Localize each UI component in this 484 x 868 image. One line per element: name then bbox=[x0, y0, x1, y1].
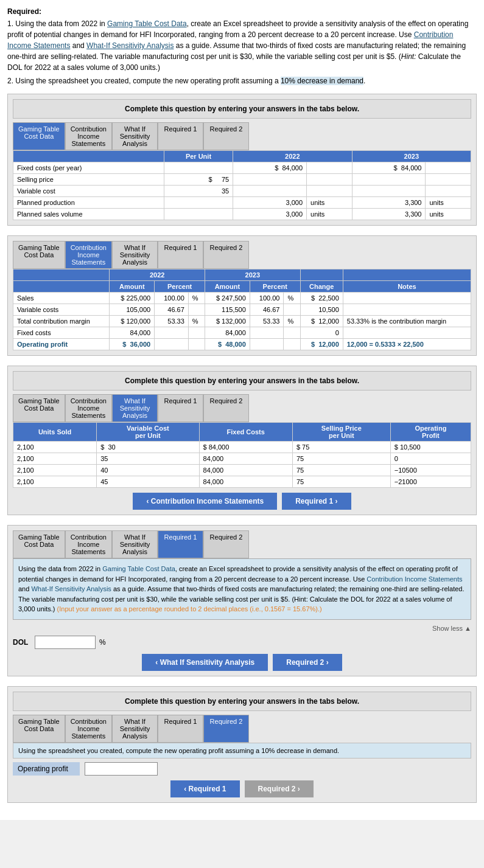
op-pct23-sym bbox=[284, 339, 300, 350]
tab-whatif-1[interactable]: What IfSensitivityAnalysis bbox=[112, 122, 158, 150]
fixed-2022-unit bbox=[307, 162, 352, 174]
row1-op: $ 10,500 bbox=[390, 442, 471, 453]
tab-required1-2[interactable]: Required 1 bbox=[158, 241, 203, 269]
section2-table-wrapper: 2022 2023 Amount Percent Amount Percent … bbox=[13, 269, 471, 350]
tab-required1-5[interactable]: Required 1 bbox=[158, 715, 203, 743]
row2-op: 0 bbox=[390, 453, 471, 465]
contribution-link1[interactable]: Contribution Income Statements bbox=[7, 30, 453, 50]
table-row: 2,100 $ 30 $ 84,000 $ 75 $ 10,500 bbox=[13, 442, 471, 453]
next-required2-end-btn[interactable]: Required 2 › bbox=[245, 780, 314, 797]
row4-selling: 75 bbox=[292, 476, 390, 488]
tab-required1-1[interactable]: Required 1 bbox=[158, 122, 203, 150]
row1-var: $ 30 bbox=[97, 442, 199, 453]
s2-2023-header: 2023 bbox=[205, 269, 301, 281]
table-row: Fixed costs (per year) $ 84,000 $ 84,000 bbox=[13, 162, 471, 174]
tab-gaming-table-1[interactable]: Gaming TableCost Data bbox=[13, 122, 65, 150]
next-required2-btn[interactable]: Required 2 › bbox=[273, 654, 342, 671]
s2-empty bbox=[13, 269, 110, 281]
fixed-2023: $ 84,000 bbox=[352, 162, 426, 174]
fixed-amt22: 84,000 bbox=[110, 327, 155, 339]
tab-contribution-2[interactable]: ContributionIncomeStatements bbox=[65, 241, 112, 269]
tab-gaming-table-4[interactable]: Gaming TableCost Data bbox=[13, 530, 65, 558]
sales-pct23: 100.00 bbox=[250, 293, 284, 304]
op-profit-input[interactable] bbox=[85, 762, 158, 776]
tab-required2-4[interactable]: Required 2 bbox=[203, 530, 249, 558]
variable-2022-unit bbox=[307, 186, 352, 197]
intro-section: Required: 1. Using the data from 2022 in… bbox=[7, 7, 477, 86]
table-row: Fixed costs 84,000 84,000 0 bbox=[13, 327, 471, 339]
label-planned-sales: Planned sales volume bbox=[13, 209, 164, 220]
s2-sub-empty bbox=[13, 281, 110, 293]
prev-contribution-btn[interactable]: ‹ Contribution Income Statements bbox=[133, 493, 277, 510]
label-op-profit-s2: Operating profit bbox=[13, 339, 110, 350]
var-pct23-sym bbox=[284, 304, 300, 316]
tab-required1-3[interactable]: Required 1 bbox=[158, 394, 203, 422]
section3-header: Complete this question by entering your … bbox=[13, 371, 471, 391]
tab-gaming-table-5[interactable]: Gaming TableCost Data bbox=[13, 715, 65, 743]
row1-fixed: $ 84,000 bbox=[199, 442, 292, 453]
tab-contribution-1[interactable]: ContributionIncomeStatements bbox=[65, 122, 112, 150]
section3-table-wrapper: Units Sold Variable Costper Unit Fixed C… bbox=[13, 422, 471, 488]
sales-amt23: $ 247,500 bbox=[205, 293, 250, 304]
tab-gaming-table-3[interactable]: Gaming TableCost Data bbox=[13, 394, 65, 422]
dol-input[interactable] bbox=[35, 636, 96, 649]
planned-sales-per-unit bbox=[164, 209, 233, 220]
section2: Gaming TableCost Data ContributionIncome… bbox=[7, 235, 477, 356]
tab-required2-3[interactable]: Required 2 bbox=[203, 394, 249, 422]
row3-var: 40 bbox=[97, 465, 199, 476]
section3-table: Units Sold Variable Costper Unit Fixed C… bbox=[13, 422, 471, 488]
contribution-link4[interactable]: Contribution Income Statements bbox=[367, 575, 462, 583]
table-row: Variable cost 35 bbox=[13, 186, 471, 197]
s2-amount-23: Amount bbox=[205, 281, 250, 293]
var-pct22-sym bbox=[188, 304, 205, 316]
tcm-pct23: 53.33 bbox=[250, 316, 284, 327]
prev-required1-btn[interactable]: ‹ Required 1 bbox=[170, 780, 239, 797]
tab-whatif-2[interactable]: What IfSensitivityAnalysis bbox=[112, 241, 158, 269]
fixed-per-unit bbox=[164, 162, 233, 174]
s2-pct-23: Percent bbox=[250, 281, 300, 293]
op-pct22-sym bbox=[188, 339, 205, 350]
fixed-pct23 bbox=[250, 327, 284, 339]
col-selling-pu: Selling Priceper Unit bbox=[292, 423, 390, 442]
selling-2023-unit bbox=[426, 174, 471, 186]
show-less-label[interactable]: Show less ▲ bbox=[13, 625, 471, 632]
tab-required2-2[interactable]: Required 2 bbox=[203, 241, 249, 269]
tcm-pct22-sym: % bbox=[188, 316, 205, 327]
var-change: 10,500 bbox=[300, 304, 343, 316]
label-fixed: Fixed costs bbox=[13, 327, 110, 339]
section1-table-wrapper: Per Unit 2022 2023 Fixed costs (per year… bbox=[13, 150, 471, 220]
op-profit-row: Operating profit bbox=[13, 762, 471, 776]
selling-2022-unit bbox=[307, 174, 352, 186]
row3-selling: 75 bbox=[292, 465, 390, 476]
gaming-table-link4[interactable]: Gaming Table Cost Data bbox=[102, 565, 175, 572]
col-var-cost-pu: Variable Costper Unit bbox=[97, 423, 199, 442]
tab-whatif-5[interactable]: What IfSensitivityAnalysis bbox=[112, 715, 158, 743]
fixed-pct22-sym bbox=[188, 327, 205, 339]
whatif-link4[interactable]: What-If Sensitivity Analysis bbox=[31, 585, 111, 592]
tcm-notes: 53.33% is the contribution margin bbox=[343, 316, 471, 327]
label-sales: Sales bbox=[13, 293, 110, 304]
tab-required1-4[interactable]: Required 1 bbox=[158, 530, 203, 558]
row1-selling: $ 75 bbox=[292, 442, 390, 453]
gaming-table-link1[interactable]: Gaming Table Cost Data bbox=[107, 19, 187, 28]
tab-contribution-5[interactable]: ContributionIncomeStatements bbox=[65, 715, 112, 743]
next-required1-btn[interactable]: Required 1 › bbox=[282, 493, 351, 510]
col-empty bbox=[13, 151, 164, 162]
prev-whatif-btn[interactable]: ‹ What If Sensitivity Analysis bbox=[142, 654, 268, 671]
row4-fixed: 84,000 bbox=[199, 476, 292, 488]
section1-table: Per Unit 2022 2023 Fixed costs (per year… bbox=[13, 150, 471, 220]
tab-contribution-3[interactable]: ContributionIncomeStatements bbox=[65, 394, 112, 422]
tcm-pct22: 53.33 bbox=[155, 316, 189, 327]
row4-var: 45 bbox=[97, 476, 199, 488]
planned-prod-2022-unit: units bbox=[307, 197, 352, 209]
tab-whatif-3[interactable]: What IfSensitivityAnalysis bbox=[112, 394, 158, 422]
tab-contribution-4[interactable]: ContributionIncomeStatements bbox=[65, 530, 112, 558]
whatif-link1[interactable]: What-If Sensitivity Analysis bbox=[86, 41, 174, 50]
tab-gaming-table-2[interactable]: Gaming TableCost Data bbox=[13, 241, 65, 269]
tab-required2-5[interactable]: Required 2 bbox=[203, 715, 249, 743]
tab-required2-1[interactable]: Required 2 bbox=[203, 122, 249, 150]
selling-2023 bbox=[352, 174, 426, 186]
tab-whatif-4[interactable]: What IfSensitivityAnalysis bbox=[112, 530, 158, 558]
page-container: Required: 1. Using the data from 2022 in… bbox=[0, 0, 484, 820]
section2-table: 2022 2023 Amount Percent Amount Percent … bbox=[13, 269, 471, 350]
